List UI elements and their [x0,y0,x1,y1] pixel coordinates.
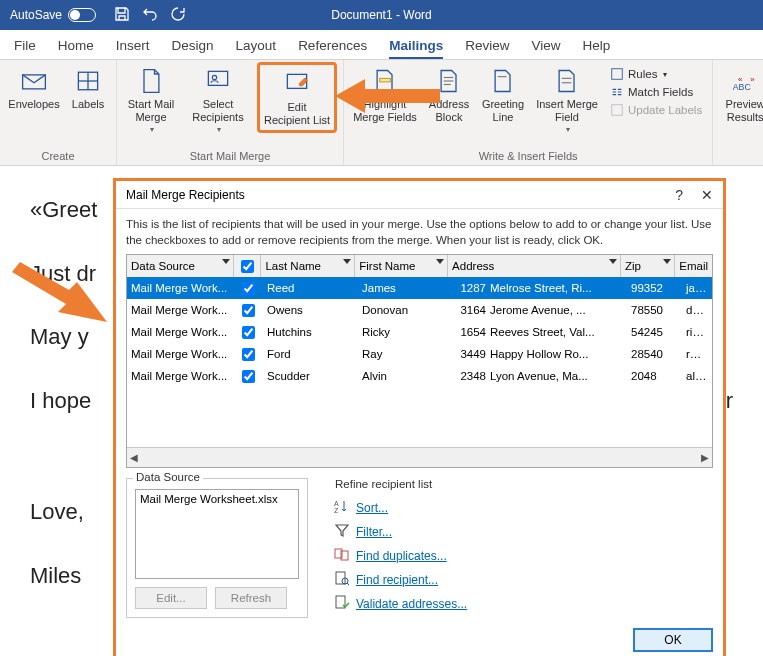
scroll-left-icon[interactable]: ◀ [130,452,138,463]
save-icon[interactable] [114,6,130,25]
row-checkbox[interactable] [242,370,255,383]
table-row[interactable]: Mail Merge Work...OwensDonovan3164Jerome… [127,299,712,321]
refine-icon [334,594,350,613]
refine-section: Refine recipient list AZSort...Filter...… [332,478,713,618]
refresh-button: Refresh [215,587,287,609]
refine-legend: Refine recipient list [332,478,713,490]
header-address[interactable]: Address [448,255,621,277]
edit-recipient-list-button[interactable]: Edit Recipient List [257,62,337,133]
refine-sort[interactable]: AZSort... [334,498,711,517]
refine-validate-addresses[interactable]: Validate addresses... [334,594,711,613]
table-row[interactable]: Mail Merge Work...FordRay3449Happy Hollo… [127,343,712,365]
edit-list-icon [282,69,312,99]
tab-insert[interactable]: Insert [116,38,150,59]
tab-help[interactable]: Help [582,38,610,59]
quick-access-toolbar [106,6,194,25]
group-create-label: Create [6,148,110,165]
data-source-item[interactable]: Mail Merge Worksheet.xlsx [140,493,294,505]
ok-button[interactable]: OK [633,628,713,652]
table-row[interactable]: Mail Merge Work...ReedJames1287Melrose S… [127,277,712,299]
update-labels-button: Update Labels [608,102,704,118]
preview-icon: «ABC» [730,66,760,96]
header-data-source[interactable]: Data Source [127,255,234,277]
tab-file[interactable]: File [14,38,36,59]
select-all-checkbox[interactable] [241,260,254,273]
refine-icon [334,570,350,589]
match-fields-label: Match Fields [628,86,693,98]
envelopes-label: Envelopes [8,98,59,111]
group-start-mail-merge: Start Mail Merge Select Recipients Edit … [117,60,344,165]
greeting-line-button[interactable]: Greeting Line [478,62,528,127]
tab-design[interactable]: Design [172,38,214,59]
header-checkbox[interactable] [234,255,262,277]
table-row[interactable]: Mail Merge Work...ScudderAlvin2348Lyon A… [127,365,712,387]
row-checkbox[interactable] [242,348,255,361]
match-fields-button[interactable]: Match Fields [608,84,704,100]
insert-merge-field-button[interactable]: Insert Merge Field [532,62,602,138]
header-last-name[interactable]: Last Name [261,255,355,277]
rules-button[interactable]: Rules▾ [608,66,704,82]
envelope-icon [19,66,49,96]
tab-home[interactable]: Home [58,38,94,59]
rules-label: Rules [628,68,657,80]
row-checkbox[interactable] [242,282,255,295]
group-create: Envelopes Labels Create [0,60,117,165]
group-write-insert-fields: Highlight Merge Fields Address Block Gre… [344,60,713,165]
dialog-note: This is the list of recipients that will… [126,217,713,248]
header-email[interactable]: Email [675,255,712,277]
group-preview: «ABC» Preview Results [713,60,763,165]
edit-datasource-button: Edit... [135,587,207,609]
select-recipients-button[interactable]: Select Recipients [183,62,253,138]
wif-small-options: Rules▾ Match Fields Update Labels [606,62,706,122]
labels-button[interactable]: Labels [66,62,110,115]
data-source-list[interactable]: Mail Merge Worksheet.xlsx [135,489,299,579]
table-row[interactable]: Mail Merge Work...HutchinsRicky1654Reeve… [127,321,712,343]
data-source-legend: Data Source [133,471,203,483]
svg-rect-7 [380,78,391,82]
preview-results-label: Preview Results [726,98,763,123]
address-block-button[interactable]: Address Block [424,62,474,127]
horizontal-scrollbar[interactable]: ◀ ▶ [127,447,712,467]
svg-text:ABC: ABC [733,82,751,92]
group-wif-label: Write & Insert Fields [350,148,706,165]
header-first-name[interactable]: First Name [355,255,448,277]
ribbon-tabs: FileHomeInsertDesignLayoutReferencesMail… [0,30,763,60]
header-zip[interactable]: Zip [621,255,675,277]
autosave-toggle[interactable]: AutoSave [0,8,106,22]
tab-mailings[interactable]: Mailings [389,38,443,59]
scroll-right-icon[interactable]: ▶ [701,452,709,463]
greeting-label: Greeting Line [482,98,524,123]
redo-icon[interactable] [170,6,186,25]
refine-find-duplicates[interactable]: Find duplicates... [334,546,711,565]
tab-layout[interactable]: Layout [236,38,277,59]
help-icon[interactable]: ? [675,187,683,203]
refine-icon: AZ [334,498,350,517]
tab-view[interactable]: View [531,38,560,59]
highlight-icon [370,66,400,96]
svg-text:A: A [334,500,339,507]
refine-filter[interactable]: Filter... [334,522,711,541]
highlight-merge-fields-button[interactable]: Highlight Merge Fields [350,62,420,127]
group-smm-label: Start Mail Merge [123,148,337,165]
greeting-icon [488,66,518,96]
row-checkbox[interactable] [242,304,255,317]
highlight-label: Highlight Merge Fields [353,98,417,123]
tab-review[interactable]: Review [465,38,509,59]
autosave-label: AutoSave [10,8,62,22]
labels-icon [73,66,103,96]
address-icon [434,66,464,96]
svg-rect-4 [208,71,227,85]
svg-rect-15 [612,105,623,116]
row-checkbox[interactable] [242,326,255,339]
close-icon[interactable]: ✕ [701,187,713,203]
refine-find-recipient[interactable]: Find recipient... [334,570,711,589]
tab-references[interactable]: References [298,38,367,59]
group-preview-label [719,160,763,165]
refine-icon [334,522,350,541]
preview-results-button[interactable]: «ABC» Preview Results [719,62,763,127]
insert-merge-field-label: Insert Merge Field [536,98,598,123]
undo-icon[interactable] [142,6,158,25]
envelopes-button[interactable]: Envelopes [6,62,62,115]
start-mail-merge-button[interactable]: Start Mail Merge [123,62,179,138]
dialog-titlebar: Mail Merge Recipients ? ✕ [116,181,723,209]
